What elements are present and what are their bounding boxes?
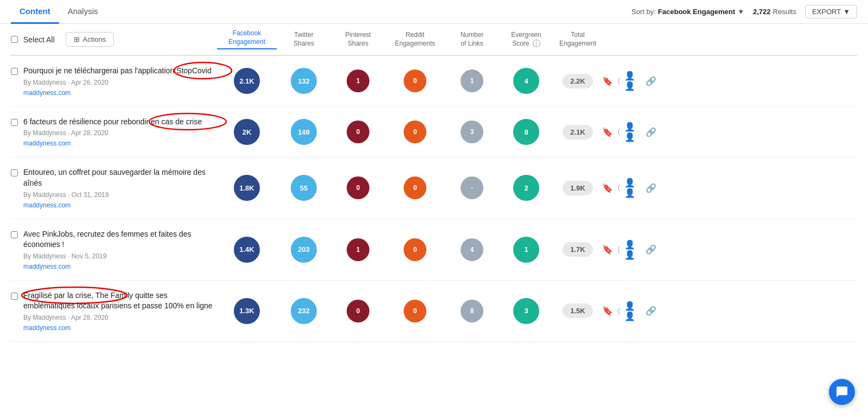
article-metrics-2: 2K 149 0 0 3 8 2.1K 🔖 ⟨ 👤👤 🔗 bbox=[217, 119, 857, 145]
article-metrics-4: 1.4K 203 1 0 4 1 1.7K 🔖 ⟨ 👤👤 🔗 bbox=[217, 237, 857, 263]
article-link-1[interactable]: maddyness.com bbox=[23, 89, 71, 97]
nl-metric-1: 1 bbox=[461, 69, 483, 92]
users-icon-4[interactable]: 👤👤 bbox=[624, 239, 641, 260]
col-header-evergreen[interactable]: EvergreenScore i bbox=[499, 31, 553, 48]
row-actions-4: 🔖 ⟨ 👤👤 🔗 bbox=[602, 239, 656, 260]
export-dropdown-arrow: ▼ bbox=[843, 8, 850, 16]
pi-metric-2: 0 bbox=[347, 121, 369, 143]
bookmark-icon-4[interactable]: 🔖 bbox=[602, 244, 613, 255]
sort-bar: Sort by: Facebook Engagement ▼ 2,722 Res… bbox=[631, 5, 857, 18]
link-icon-5[interactable]: 🔗 bbox=[646, 306, 656, 316]
sort-dropdown-arrow[interactable]: ▼ bbox=[737, 8, 744, 16]
users-icon-5[interactable]: 👤👤 bbox=[624, 301, 641, 321]
article-meta-2: By Maddyness · Apr 28, 2020 bbox=[23, 129, 217, 137]
table-row: Fragilisé par la crise, The Family quitt… bbox=[11, 281, 857, 342]
actions-icon: ⊞ bbox=[74, 35, 80, 43]
share-icon-1[interactable]: ⟨ bbox=[617, 77, 620, 85]
fb-metric-2: 2K bbox=[234, 119, 260, 145]
article-left: Entoureo, un coffret pour sauvegarder la… bbox=[11, 167, 217, 208]
select-all-label: Select All bbox=[23, 35, 55, 44]
eg-metric-5: 3 bbox=[513, 298, 539, 324]
row-checkbox-5[interactable] bbox=[11, 293, 18, 300]
actions-button[interactable]: ⊞ Actions bbox=[66, 32, 114, 47]
article-left: Pourquoi je ne téléchargerai pas l'appli… bbox=[11, 66, 217, 97]
article-info-1: Pourquoi je ne téléchargerai pas l'appli… bbox=[23, 66, 217, 97]
export-button[interactable]: EXPORT ▼ bbox=[805, 5, 857, 18]
eg-metric-2: 8 bbox=[513, 119, 539, 145]
nl-metric-3: - bbox=[461, 176, 483, 199]
link-icon-1[interactable]: 🔗 bbox=[646, 76, 656, 86]
article-link-2[interactable]: maddyness.com bbox=[23, 140, 71, 147]
bookmark-icon-2[interactable]: 🔖 bbox=[602, 127, 613, 137]
eg-metric-1: 4 bbox=[513, 68, 539, 94]
article-info-2: 6 facteurs de résilience pour rebondir e… bbox=[23, 117, 217, 148]
fb-metric-5: 1.3K bbox=[234, 298, 260, 324]
link-icon-2[interactable]: 🔗 bbox=[646, 127, 656, 137]
article-info-4: Avec PinkJobs, recrutez des femmes et fa… bbox=[23, 229, 217, 270]
tab-content[interactable]: Content bbox=[11, 0, 59, 24]
article-link-5[interactable]: maddyness.com bbox=[23, 324, 71, 332]
results-label: Results bbox=[773, 8, 796, 16]
tw-metric-2: 149 bbox=[291, 119, 317, 145]
nl-metric-5: 8 bbox=[461, 300, 483, 322]
article-link-4[interactable]: maddyness.com bbox=[23, 263, 71, 270]
total-metric-1: 2.2K bbox=[563, 74, 592, 88]
re-metric-2: 0 bbox=[404, 121, 426, 143]
row-checkbox-3[interactable] bbox=[11, 169, 18, 176]
row-actions-2: 🔖 ⟨ 👤👤 🔗 bbox=[602, 122, 656, 142]
share-icon-2[interactable]: ⟨ bbox=[617, 128, 620, 136]
tab-analysis[interactable]: Analysis bbox=[59, 0, 107, 24]
share-icon-3[interactable]: ⟨ bbox=[617, 183, 620, 192]
article-meta-1: By Maddyness · Apr 26, 2020 bbox=[23, 79, 217, 86]
tw-metric-4: 203 bbox=[291, 237, 317, 263]
row-checkbox-1[interactable] bbox=[11, 68, 18, 75]
nl-metric-4: 4 bbox=[461, 238, 483, 261]
row-actions-5: 🔖 ⟨ 👤👤 🔗 bbox=[602, 301, 656, 321]
sort-label: Sort by: bbox=[631, 8, 656, 16]
article-metrics-1: 2.1K 132 1 0 1 4 2.2K 🔖 ⟨ 👤👤 🔗 bbox=[217, 68, 857, 94]
nl-metric-2: 3 bbox=[461, 121, 483, 143]
col-header-total[interactable]: TotalEngagement bbox=[553, 31, 602, 48]
tw-metric-3: 55 bbox=[291, 175, 317, 201]
col-header-facebook[interactable]: FacebookEngagement bbox=[217, 29, 277, 49]
article-title-5: Fragilisé par la crise, The Family quitt… bbox=[23, 290, 217, 312]
article-metrics-3: 1.8K 55 0 0 - 2 1.9K 🔖 ⟨ 👤👤 🔗 bbox=[217, 175, 857, 201]
share-icon-5[interactable]: ⟨ bbox=[617, 307, 620, 315]
link-icon-3[interactable]: 🔗 bbox=[646, 183, 656, 193]
bookmark-icon-5[interactable]: 🔖 bbox=[602, 306, 613, 316]
article-info-5: Fragilisé par la crise, The Family quitt… bbox=[23, 290, 217, 332]
article-title-4: Avec PinkJobs, recrutez des femmes et fa… bbox=[23, 229, 217, 250]
pi-metric-1: 1 bbox=[347, 69, 369, 92]
total-metric-4: 1.7K bbox=[563, 242, 592, 257]
fb-metric-1: 2.1K bbox=[234, 68, 260, 94]
col-header-links[interactable]: Numberof Links bbox=[445, 31, 499, 48]
article-title-3: Entoureo, un coffret pour sauvegarder la… bbox=[23, 167, 217, 188]
content-area: Select All ⊞ Actions FacebookEngagement … bbox=[0, 24, 868, 342]
table-row: Entoureo, un coffret pour sauvegarder la… bbox=[11, 157, 857, 219]
col-header-twitter[interactable]: TwitterShares bbox=[277, 31, 331, 48]
users-icon-1[interactable]: 👤👤 bbox=[624, 71, 641, 91]
link-icon-4[interactable]: 🔗 bbox=[646, 244, 656, 255]
bookmark-icon-1[interactable]: 🔖 bbox=[602, 76, 613, 86]
re-metric-1: 0 bbox=[404, 69, 426, 92]
row-checkbox-4[interactable] bbox=[11, 231, 18, 238]
users-icon-2[interactable]: 👤👤 bbox=[624, 122, 641, 142]
share-icon-4[interactable]: ⟨ bbox=[617, 245, 620, 254]
pi-metric-5: 0 bbox=[347, 300, 369, 322]
eg-metric-4: 1 bbox=[513, 237, 539, 263]
article-link-3[interactable]: maddyness.com bbox=[23, 201, 71, 209]
table-row: Pourquoi je ne téléchargerai pas l'appli… bbox=[11, 56, 857, 107]
article-left: 6 facteurs de résilience pour rebondir e… bbox=[11, 117, 217, 148]
row-checkbox-2[interactable] bbox=[11, 119, 18, 126]
article-meta-5: By Maddyness · Apr 28, 2020 bbox=[23, 314, 217, 321]
total-metric-5: 1.5K bbox=[563, 303, 592, 318]
article-title-1: Pourquoi je ne téléchargerai pas l'appli… bbox=[23, 66, 217, 77]
col-header-pinterest[interactable]: PinterestShares bbox=[331, 31, 385, 48]
sort-value[interactable]: Facebook Engagement bbox=[658, 8, 735, 16]
select-all-checkbox[interactable] bbox=[11, 36, 18, 43]
article-meta-3: By Maddyness · Oct 31, 2019 bbox=[23, 191, 217, 199]
users-icon-3[interactable]: 👤👤 bbox=[624, 178, 641, 198]
bookmark-icon-3[interactable]: 🔖 bbox=[602, 183, 613, 193]
article-metrics-5: 1.3K 232 0 0 8 3 1.5K 🔖 ⟨ 👤👤 🔗 bbox=[217, 298, 857, 324]
col-header-reddit[interactable]: RedditEngagements bbox=[385, 31, 445, 48]
